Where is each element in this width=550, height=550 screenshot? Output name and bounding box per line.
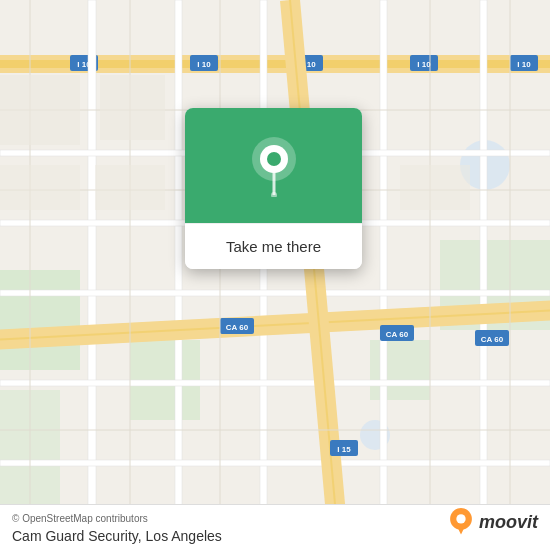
take-me-there-button[interactable]: Take me there	[185, 223, 362, 269]
svg-rect-20	[88, 0, 96, 550]
svg-marker-63	[456, 525, 465, 534]
svg-text:I 10: I 10	[197, 60, 211, 69]
svg-text:CA 60: CA 60	[386, 330, 409, 339]
svg-rect-23	[380, 0, 387, 550]
map-container: I 10 I 10 I 10 I 10 I 10 CA 60	[0, 0, 550, 550]
svg-rect-28	[0, 380, 550, 386]
svg-rect-21	[175, 0, 182, 550]
svg-rect-29	[0, 460, 550, 466]
svg-rect-52	[0, 75, 80, 145]
svg-point-60	[271, 192, 277, 197]
svg-point-59	[267, 152, 281, 166]
svg-rect-54	[95, 165, 165, 210]
svg-text:CA 60: CA 60	[226, 323, 249, 332]
svg-rect-1	[0, 270, 80, 370]
svg-rect-56	[0, 165, 80, 210]
map-svg: I 10 I 10 I 10 I 10 I 10 CA 60	[0, 0, 550, 550]
svg-text:I 15: I 15	[337, 445, 351, 454]
popup-header	[185, 108, 362, 223]
popup-card: Take me there	[185, 108, 362, 269]
svg-rect-4	[370, 340, 430, 400]
svg-rect-24	[480, 0, 487, 550]
svg-rect-27	[0, 290, 550, 296]
location-pin-icon	[248, 135, 300, 197]
moovit-pin-icon	[447, 508, 475, 536]
svg-rect-55	[400, 165, 470, 210]
svg-rect-22	[260, 0, 267, 550]
svg-text:I 10: I 10	[417, 60, 431, 69]
moovit-text: moovit	[479, 512, 538, 533]
svg-point-62	[456, 514, 465, 523]
moovit-logo: moovit	[447, 508, 538, 536]
svg-text:I 10: I 10	[517, 60, 531, 69]
svg-text:CA 60: CA 60	[481, 335, 504, 344]
svg-rect-53	[100, 75, 165, 140]
